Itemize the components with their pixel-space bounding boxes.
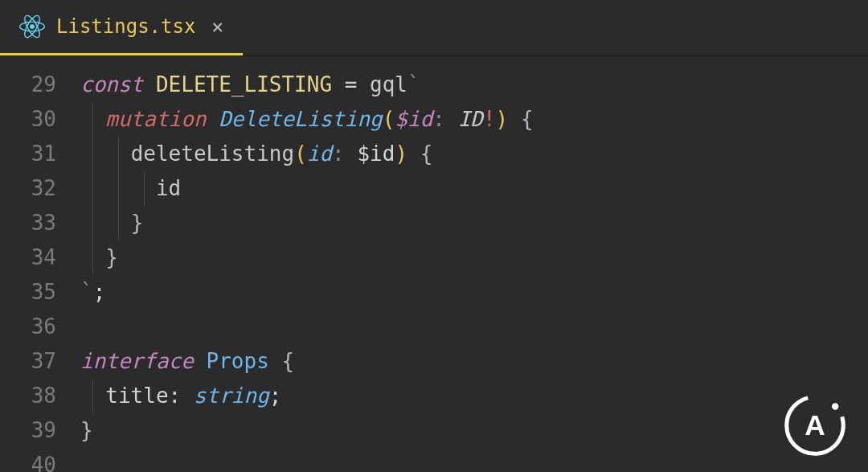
line-number: 36 — [0, 310, 56, 344]
code-line: const DELETE_LISTING = gql` — [80, 68, 868, 102]
code-line: } — [80, 206, 868, 240]
code-line: `; — [80, 275, 868, 310]
code-line: id — [80, 171, 868, 206]
line-number: 29 — [0, 68, 56, 102]
code-line: deleteListing(id: $id) { — [80, 137, 868, 171]
code-content[interactable]: const DELETE_LISTING = gql` mutation Del… — [80, 68, 868, 472]
code-line: interface Props { — [80, 344, 868, 379]
code-line: } — [80, 413, 868, 448]
tab-listings[interactable]: Listings.tsx ✕ — [0, 0, 243, 55]
line-number: 33 — [0, 206, 56, 240]
line-number: 34 — [0, 240, 56, 275]
code-line — [80, 310, 868, 344]
svg-point-5 — [832, 403, 838, 409]
logo-badge: A — [781, 392, 849, 459]
tab-bar: Listings.tsx ✕ — [0, 0, 868, 56]
tab-filename: Listings.tsx — [56, 15, 195, 38]
react-icon — [19, 14, 45, 39]
svg-point-0 — [30, 24, 35, 29]
close-icon[interactable]: ✕ — [211, 15, 223, 38]
code-line: } — [80, 240, 868, 275]
line-number: 30 — [0, 102, 56, 137]
line-number: 31 — [0, 137, 56, 171]
line-number: 40 — [0, 448, 56, 472]
line-number: 35 — [0, 275, 56, 310]
line-number: 39 — [0, 413, 56, 448]
code-line: title: string; — [80, 379, 868, 413]
line-number: 38 — [0, 379, 56, 413]
line-number-gutter: 29 30 31 32 33 34 35 36 37 38 39 40 — [0, 68, 80, 472]
line-number: 37 — [0, 344, 56, 379]
svg-text:A: A — [805, 409, 825, 441]
code-editor[interactable]: 29 30 31 32 33 34 35 36 37 38 39 40 cons… — [0, 56, 868, 472]
code-line: mutation DeleteListing($id: ID!) { — [80, 102, 868, 137]
line-number: 32 — [0, 171, 56, 206]
